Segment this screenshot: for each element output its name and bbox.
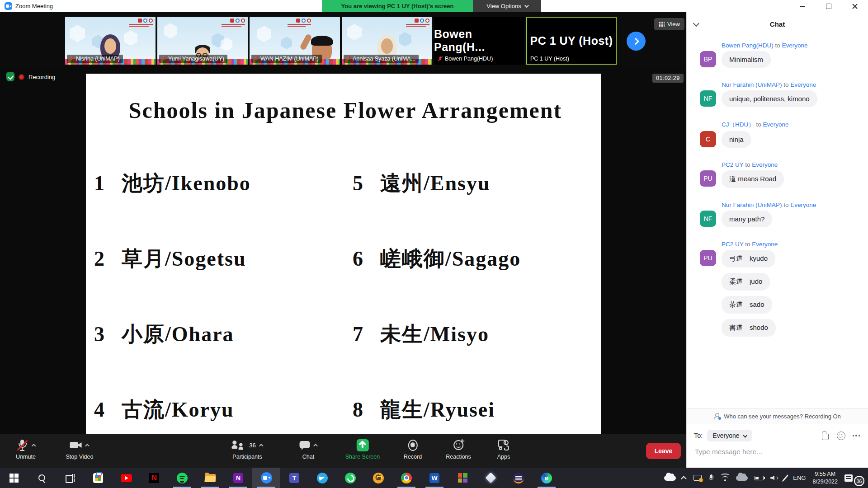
leave-button[interactable]: Leave <box>646 443 681 459</box>
taskbar-search[interactable] <box>28 468 56 488</box>
taskbar-file-explorer[interactable] <box>196 468 224 488</box>
screen-share-tray-icon[interactable] <box>693 475 702 481</box>
video-tile-wan-hazim[interactable]: WAN HAZIM (UniMAP) <box>250 17 340 65</box>
taskbar-edge[interactable]: e <box>533 468 561 488</box>
chat-message: PC2 UY to Everyone PU 弓道 kyudo 柔道 judo 茶… <box>700 241 861 337</box>
maximize-button[interactable] <box>816 0 842 12</box>
task-view-icon <box>66 474 75 482</box>
school-item: 7未生/Misyo <box>353 320 489 348</box>
recording-dot-icon <box>19 74 24 80</box>
zoom-meeting-window: Zoom Meeting You are viewing PC 1 UY (Ho… <box>0 0 868 488</box>
taskbar-chrome[interactable] <box>392 468 420 488</box>
app-identity: Zoom Meeting <box>5 2 53 10</box>
reactions-button[interactable]: Reactions <box>446 438 471 460</box>
next-participants-button[interactable] <box>627 32 646 51</box>
minimize-button[interactable] <box>789 0 816 12</box>
video-tile-annisaa[interactable]: Annisaa Syaza (UniMA... <box>342 17 432 65</box>
chevron-up-icon[interactable] <box>85 443 90 448</box>
message-bubble: many path? <box>722 211 772 227</box>
attach-file-icon[interactable] <box>822 432 829 440</box>
taskbar-onenote[interactable]: N <box>224 468 252 488</box>
volume-icon[interactable] <box>770 475 778 481</box>
clock[interactable]: 9:55 AM 8/29/2022 <box>812 470 838 486</box>
chevron-up-icon[interactable] <box>32 443 36 448</box>
avatar: NF <box>700 90 716 107</box>
logo-icon <box>296 19 300 23</box>
chevron-up-icon[interactable] <box>313 443 318 448</box>
unmute-button[interactable]: Unmute <box>16 438 36 460</box>
more-options-icon[interactable] <box>853 435 860 436</box>
taskbar-cube-app[interactable] <box>476 468 505 488</box>
start-button[interactable] <box>0 468 28 488</box>
message-bubble: 柔道 judo <box>722 273 770 291</box>
video-tile-bowen[interactable]: Bowen Pang(H... Bowen Pang(HDU) <box>434 17 524 65</box>
taskbar-microsoft-store[interactable] <box>84 468 112 488</box>
taskbar-netflix[interactable]: N <box>140 468 168 488</box>
window-titlebar: Zoom Meeting You are viewing PC 1 UY (Ho… <box>0 0 868 12</box>
message-bubble: 書道 shodo <box>722 319 776 337</box>
onedrive-icon[interactable] <box>736 475 748 481</box>
participant-count: 36 <box>249 442 255 449</box>
notification-count-badge[interactable]: 36 <box>854 476 864 486</box>
taskbar-microsoft-app[interactable] <box>448 468 476 488</box>
taskbar-youtube[interactable] <box>112 468 140 488</box>
emoji-icon[interactable] <box>837 432 845 440</box>
language-indicator[interactable]: ENG <box>793 474 806 481</box>
chat-button[interactable]: Chat <box>300 438 317 460</box>
video-tile-yumi[interactable]: Yumi Yanagisawa(UY) <box>157 17 248 65</box>
chat-message-list: Bowen Pang(HDU) to Everyone BP Minimalis… <box>687 38 868 408</box>
taskbar-whatsapp[interactable] <box>336 468 364 488</box>
stop-video-button[interactable]: Stop Video <box>66 438 94 460</box>
video-tile-nisrina[interactable]: Nisrina (UniMAP) <box>65 17 156 65</box>
apps-icon <box>498 440 509 450</box>
view-options-button[interactable]: View Options <box>473 0 541 12</box>
windows-taskbar: N N T W e ENG <box>0 468 868 488</box>
recipient-name: Everyone <box>752 241 778 248</box>
taskbar-secure-browser[interactable] <box>364 468 392 488</box>
taskbar-zoom[interactable] <box>252 468 280 488</box>
participant-name-tag: Yumi Yanagisawa(UY) <box>159 55 227 63</box>
chevron-up-icon[interactable] <box>259 443 264 448</box>
view-layout-button[interactable]: View <box>654 18 684 30</box>
taskbar-telegram[interactable] <box>308 468 336 488</box>
sender-name: PC2 UY <box>722 161 744 168</box>
logo-icon <box>149 19 153 23</box>
share-screen-button[interactable]: Share Screen <box>345 438 380 460</box>
recipient-dropdown[interactable]: Everyone <box>707 430 751 441</box>
muted-mic-icon <box>254 56 258 61</box>
chat-panel: Chat Bowen Pang(HDU) to Everyone BP Mini… <box>686 12 868 468</box>
message-input[interactable]: Type message here... <box>687 441 868 468</box>
battery-icon[interactable] <box>755 476 764 480</box>
windows-icon <box>9 474 19 483</box>
logo-icon <box>415 19 419 23</box>
eclipse-icon <box>513 473 524 483</box>
apps-button[interactable]: Apps <box>497 438 510 460</box>
taskbar-eclipse[interactable] <box>505 468 533 488</box>
close-button[interactable] <box>842 0 868 12</box>
cloud-icon[interactable] <box>664 475 676 481</box>
message-bubble: ninja <box>722 131 751 148</box>
record-button[interactable]: Record <box>404 438 422 460</box>
video-tile-pc1-host[interactable]: PC 1 UY (Host) PC 1 UY (Host) <box>526 17 617 65</box>
taskbar-task-view[interactable] <box>56 468 84 488</box>
tray-time: 9:55 AM <box>815 471 835 477</box>
participants-button[interactable]: 36 Participants <box>231 438 263 460</box>
action-center-icon[interactable] <box>844 474 853 482</box>
pen-icon[interactable] <box>783 474 788 481</box>
avatar: PU <box>700 170 716 187</box>
privacy-notice[interactable]: Who can see your messages? Recording On <box>687 408 868 424</box>
taskbar-teams[interactable]: T <box>280 468 308 488</box>
taskbar-spotify[interactable] <box>168 468 196 488</box>
shared-screen-stage: Recording 01:02:29 Schools in Japanese F… <box>0 66 686 434</box>
wifi-icon[interactable] <box>721 475 729 481</box>
sender-name: Nur Farahin (UniMAP) <box>722 202 782 208</box>
taskbar-word[interactable]: W <box>420 468 448 488</box>
banner-text-marks <box>222 24 245 28</box>
avatar: NF <box>700 211 716 227</box>
hidden-icons-chevron[interactable] <box>681 476 687 482</box>
microphone-tray-icon[interactable] <box>708 474 714 482</box>
sender-name: Bowen Pang(HDU) <box>722 42 774 49</box>
chat-bubble-icon <box>300 440 310 450</box>
recipient-name: Everyone <box>752 161 778 168</box>
search-icon <box>38 474 47 483</box>
